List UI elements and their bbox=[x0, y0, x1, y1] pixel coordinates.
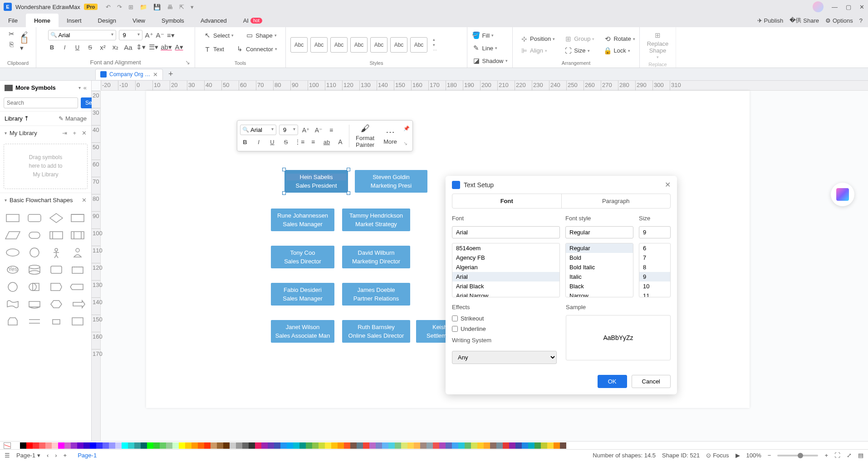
publish-button[interactable]: ✈ Publish bbox=[757, 17, 784, 24]
help-icon[interactable]: ? bbox=[859, 17, 863, 24]
strikeout-checkbox[interactable]: Strikeout bbox=[452, 315, 557, 322]
cancel-button[interactable]: Cancel bbox=[632, 375, 671, 388]
shape-stencil[interactable] bbox=[48, 315, 64, 328]
org-node[interactable]: Tony CooSales Director bbox=[271, 246, 334, 268]
shape-stencil[interactable] bbox=[69, 212, 86, 224]
list-option[interactable]: 6 bbox=[639, 243, 670, 253]
case-icon[interactable]: Aa bbox=[124, 43, 132, 51]
shape-stencil[interactable] bbox=[5, 246, 21, 259]
color-swatch[interactable] bbox=[287, 442, 293, 449]
color-swatch[interactable] bbox=[90, 442, 96, 449]
mini-italic-icon[interactable]: I bbox=[254, 137, 264, 147]
shape-stencil[interactable] bbox=[48, 212, 64, 224]
minimize-icon[interactable]: — bbox=[832, 4, 838, 10]
library-label[interactable]: Library ⤒ bbox=[5, 115, 55, 122]
list-option[interactable]: Algerian bbox=[452, 262, 559, 272]
font-size-input[interactable] bbox=[639, 226, 671, 238]
align-button[interactable]: ⊫Align▾ bbox=[517, 45, 558, 56]
color-swatch[interactable] bbox=[338, 442, 344, 449]
color-swatch[interactable] bbox=[306, 442, 312, 449]
shape-tool[interactable]: ▭Shape▾ bbox=[243, 30, 280, 41]
next-page-icon[interactable]: › bbox=[55, 452, 57, 459]
color-swatch[interactable] bbox=[280, 442, 287, 449]
shape-stencil[interactable] bbox=[48, 298, 64, 311]
font-size-select[interactable]: 9 bbox=[119, 30, 142, 40]
menu-view[interactable]: View bbox=[124, 14, 153, 27]
color-swatch[interactable] bbox=[560, 442, 566, 449]
position-button[interactable]: ⊹Position▾ bbox=[517, 34, 558, 44]
color-swatch[interactable] bbox=[350, 442, 357, 449]
line-spacing-icon[interactable]: ⇕▾ bbox=[137, 43, 145, 51]
color-swatch[interactable] bbox=[230, 442, 236, 449]
org-node[interactable]: Fabio DesideriSales Manager bbox=[271, 283, 334, 306]
close-section-icon[interactable]: ✕ bbox=[82, 197, 87, 204]
color-swatch[interactable] bbox=[274, 442, 280, 449]
color-swatch[interactable] bbox=[77, 442, 83, 449]
color-swatch[interactable] bbox=[211, 442, 217, 449]
color-swatch[interactable] bbox=[236, 442, 242, 449]
list-option[interactable]: 10 bbox=[639, 281, 670, 291]
shape-stencil[interactable] bbox=[5, 315, 21, 328]
line-button[interactable]: ✎Line▾ bbox=[470, 43, 500, 53]
group-button[interactable]: ⊞Group▾ bbox=[561, 34, 597, 44]
list-option[interactable]: 7 bbox=[639, 253, 670, 262]
color-swatch[interactable] bbox=[446, 442, 452, 449]
mini-align-icon[interactable]: ≡ bbox=[326, 125, 336, 135]
color-swatch[interactable] bbox=[344, 442, 350, 449]
color-swatch[interactable] bbox=[71, 442, 77, 449]
org-node[interactable]: Rune JohannessenSales Manager bbox=[271, 209, 334, 231]
text-tool[interactable]: TText bbox=[201, 44, 227, 54]
qat-more-icon[interactable]: ▾ bbox=[191, 4, 194, 10]
list-option[interactable]: Regular bbox=[566, 243, 633, 253]
menu-insert[interactable]: Insert bbox=[59, 14, 90, 27]
bullets-icon[interactable]: ☰▾ bbox=[150, 43, 158, 51]
color-swatch[interactable] bbox=[439, 442, 446, 449]
org-node[interactable]: Janet WilsonSales Associate Man bbox=[271, 320, 334, 343]
maximize-icon[interactable]: ▢ bbox=[846, 4, 851, 10]
mini-expand-icon[interactable]: ↘ bbox=[403, 141, 410, 146]
add-icon[interactable]: + bbox=[73, 130, 76, 136]
page-selector[interactable]: Page-1 ▾ bbox=[16, 452, 40, 459]
mini-more[interactable]: ⋯More bbox=[381, 126, 400, 145]
copy-icon[interactable]: ⎘ bbox=[8, 40, 16, 48]
mini-increase-font-icon[interactable]: A⁺ bbox=[301, 125, 311, 135]
color-swatch[interactable] bbox=[477, 442, 484, 449]
manage-button[interactable]: ✎ Manage bbox=[59, 115, 87, 122]
dialog-close-icon[interactable]: ✕ bbox=[665, 180, 671, 189]
font-group-launcher[interactable]: ↘ bbox=[185, 59, 190, 66]
color-swatch[interactable] bbox=[554, 442, 560, 449]
list-option[interactable]: Bold Italic bbox=[566, 262, 633, 272]
color-swatch[interactable] bbox=[293, 442, 299, 449]
color-swatch[interactable] bbox=[528, 442, 535, 449]
color-swatch[interactable] bbox=[33, 442, 39, 449]
menu-advanced[interactable]: Advanced bbox=[192, 14, 235, 27]
styles-gallery[interactable]: Abc Abc Abc Abc Abc Abc Abc bbox=[290, 37, 427, 53]
color-swatch[interactable] bbox=[134, 442, 141, 449]
close-icon[interactable]: ✕ bbox=[859, 4, 864, 10]
share-button[interactable]: �供 Share bbox=[790, 16, 819, 24]
color-swatch[interactable] bbox=[299, 442, 306, 449]
basic-shapes-section[interactable]: ▾ Basic Flowchart Shapes ✕ bbox=[0, 193, 91, 207]
color-swatch[interactable] bbox=[433, 442, 439, 449]
superscript-icon[interactable]: x² bbox=[99, 43, 107, 51]
import-icon[interactable]: ⇥ bbox=[62, 130, 67, 136]
shape-stencil[interactable] bbox=[5, 212, 21, 224]
list-option[interactable]: Black bbox=[566, 281, 633, 291]
mini-format-painter[interactable]: 🖌Format Painter bbox=[353, 123, 377, 148]
style-option[interactable]: Abc bbox=[410, 37, 427, 53]
mini-strike-icon[interactable]: S bbox=[281, 137, 291, 147]
mini-pin-icon[interactable]: 📌 bbox=[403, 126, 410, 131]
shape-stencil[interactable] bbox=[69, 281, 86, 293]
strikethrough-icon[interactable]: S bbox=[86, 43, 94, 51]
menu-home[interactable]: Home bbox=[26, 14, 59, 27]
color-swatch[interactable] bbox=[172, 442, 179, 449]
cut-icon[interactable]: ✂ bbox=[8, 30, 16, 38]
font-style-input[interactable] bbox=[565, 226, 633, 238]
list-option[interactable]: Bold bbox=[566, 253, 633, 262]
zoom-in-icon[interactable]: + bbox=[824, 452, 828, 459]
open-icon[interactable]: 📁 bbox=[140, 4, 147, 10]
shape-stencil[interactable] bbox=[26, 298, 43, 311]
font-name-select[interactable]: Arial bbox=[48, 30, 116, 40]
fill-button[interactable]: 🪣Fill▾ bbox=[470, 30, 497, 41]
org-node[interactable]: Steven GoldinMarketing Presi bbox=[355, 170, 427, 193]
